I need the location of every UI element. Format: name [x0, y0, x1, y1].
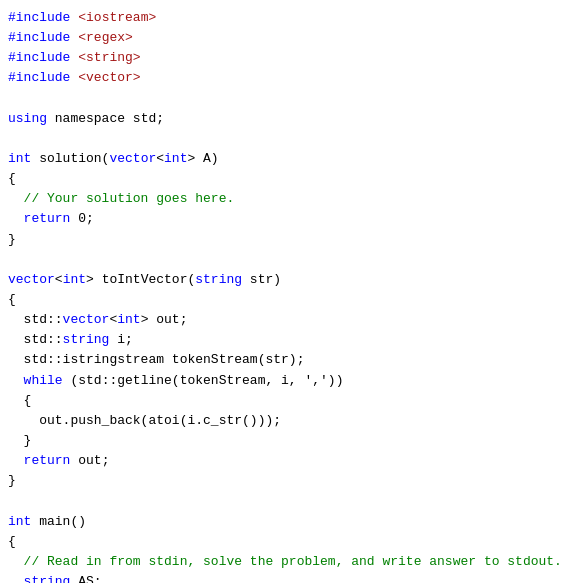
indent-29 — [8, 574, 24, 583]
code-line-24: } — [0, 471, 587, 491]
include-path-2: <regex> — [78, 30, 133, 45]
brace-27: { — [8, 534, 16, 549]
code-line-11: return 0; — [0, 209, 587, 229]
code-line-26: int main() — [0, 512, 587, 532]
code-line-10: // Your solution goes here. — [0, 189, 587, 209]
comment-28: // Read in from stdin, solve the problem… — [8, 554, 562, 569]
text-17a: std:: — [8, 332, 63, 347]
text-8c: > A) — [187, 151, 218, 166]
code-line-7 — [0, 129, 587, 149]
text-14b: > toIntVector( — [86, 272, 195, 287]
brace-15: { — [8, 292, 16, 307]
comment-10: // Your solution goes here. — [8, 191, 234, 206]
include-path-4: <vector> — [78, 70, 140, 85]
code-line-12: } — [0, 230, 587, 250]
code-line-27: { — [0, 532, 587, 552]
indent-11 — [8, 211, 24, 226]
text-16c: > out; — [141, 312, 188, 327]
code-line-22: } — [0, 431, 587, 451]
code-line-9: { — [0, 169, 587, 189]
brace-9: { — [8, 171, 16, 186]
code-line-2: #include <regex> — [0, 28, 587, 48]
kw-while-19: while — [24, 373, 63, 388]
code-line-13 — [0, 250, 587, 270]
text-6: namespace std; — [47, 111, 164, 126]
text-8: solution( — [31, 151, 109, 166]
directive-2: #include — [8, 30, 70, 45]
directive-4: #include — [8, 70, 70, 85]
kw-int-8b: int — [164, 151, 187, 166]
indent-23 — [8, 453, 24, 468]
brace-20: { — [8, 393, 31, 408]
code-line-1: #include <iostream> — [0, 8, 587, 28]
directive-1: #include — [8, 10, 70, 25]
kw-vector-8: vector — [109, 151, 156, 166]
kw-string-14: string — [195, 272, 242, 287]
text-17b: i; — [109, 332, 132, 347]
kw-string-17: string — [63, 332, 110, 347]
kw-using: using — [8, 111, 47, 126]
code-editor: #include <iostream> #include <regex> #in… — [0, 0, 587, 583]
text-19: (std::getline(tokenStream, i, ',')) — [63, 373, 344, 388]
text-14a: < — [55, 272, 63, 287]
code-line-3: #include <string> — [0, 48, 587, 68]
include-path-3: <string> — [78, 50, 140, 65]
code-line-29: string AS; — [0, 572, 587, 583]
brace-22: } — [8, 433, 31, 448]
brace-24: } — [8, 473, 16, 488]
kw-int-14: int — [63, 272, 86, 287]
directive-3: #include — [8, 50, 70, 65]
code-line-21: out.push_back(atoi(i.c_str())); — [0, 411, 587, 431]
kw-return-11: return — [24, 211, 71, 226]
text-23: out; — [70, 453, 109, 468]
code-line-25 — [0, 491, 587, 511]
kw-string-29: string — [24, 574, 71, 583]
code-line-16: std::vector<int> out; — [0, 310, 587, 330]
include-path-1: <iostream> — [78, 10, 156, 25]
code-line-17: std::string i; — [0, 330, 587, 350]
kw-int-8: int — [8, 151, 31, 166]
code-line-20: { — [0, 391, 587, 411]
kw-return-23: return — [24, 453, 71, 468]
brace-12: } — [8, 232, 16, 247]
kw-int-16: int — [117, 312, 140, 327]
code-line-23: return out; — [0, 451, 587, 471]
text-18: std::istringstream tokenStream(str); — [8, 352, 304, 367]
text-16a: std:: — [8, 312, 63, 327]
text-29: AS; — [70, 574, 101, 583]
text-26: main() — [31, 514, 86, 529]
code-line-14: vector<int> toIntVector(string str) — [0, 270, 587, 290]
code-line-28: // Read in from stdin, solve the problem… — [0, 552, 587, 572]
kw-int-26: int — [8, 514, 31, 529]
text-11: 0; — [70, 211, 93, 226]
code-line-15: { — [0, 290, 587, 310]
code-line-4: #include <vector> — [0, 68, 587, 88]
text-14c: str) — [242, 272, 281, 287]
kw-vector-14: vector — [8, 272, 55, 287]
text-8b: < — [156, 151, 164, 166]
code-line-19: while (std::getline(tokenStream, i, ',')… — [0, 371, 587, 391]
kw-vector-16: vector — [63, 312, 110, 327]
code-line-5 — [0, 89, 587, 109]
code-line-18: std::istringstream tokenStream(str); — [0, 350, 587, 370]
code-line-8: int solution(vector<int> A) — [0, 149, 587, 169]
text-21: out.push_back(atoi(i.c_str())); — [8, 413, 281, 428]
indent-19 — [8, 373, 24, 388]
code-line-6: using namespace std; — [0, 109, 587, 129]
